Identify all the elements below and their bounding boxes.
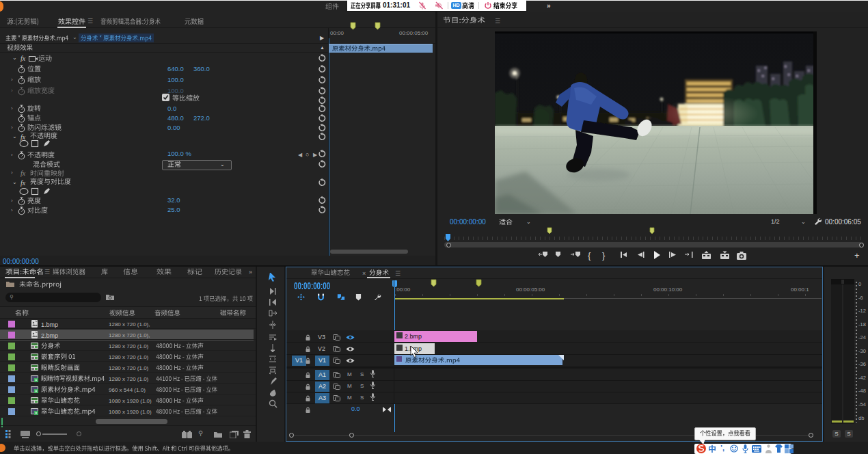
svg-text:}: } (602, 250, 606, 261)
svg-text:{: { (588, 250, 591, 261)
